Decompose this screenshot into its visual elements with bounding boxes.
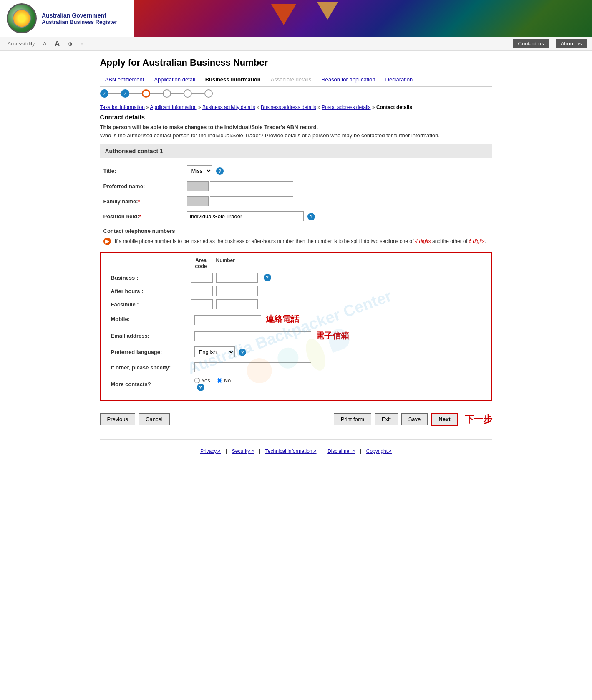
row-preferred-name: Preferred name: <box>100 179 492 194</box>
preferred-language-select[interactable]: English Mandarin Cantonese Arabic Other <box>194 346 235 357</box>
progress-line-2 <box>129 93 142 94</box>
if-other-input[interactable] <box>194 362 311 372</box>
progress-line-5 <box>192 93 204 94</box>
after-hours-area-input[interactable] <box>191 286 213 296</box>
previous-button[interactable]: Previous <box>100 413 136 425</box>
section-desc-normal: Who is the authorised contact person for… <box>100 132 440 139</box>
footer-security[interactable]: Security↗ <box>232 448 254 454</box>
business-label: Business : <box>111 275 139 281</box>
font-small-button[interactable]: A <box>40 40 49 48</box>
preferred-name-label: Preferred name: <box>103 183 145 190</box>
progress-circle-app: ✓ <box>121 89 129 98</box>
logo-inner-circle <box>13 9 31 28</box>
row-email: Email address: 電子信箱 <box>108 328 485 344</box>
nav-left: Accessibility A A ◑ ≡ <box>5 39 86 48</box>
cancel-button[interactable]: Cancel <box>139 413 169 425</box>
more-contacts-yes-label[interactable]: Yes <box>194 377 210 384</box>
progress-assoc <box>163 89 171 98</box>
preferred-language-label: Preferred language: <box>111 349 162 355</box>
tab-associate-details: Associate details <box>266 75 317 84</box>
about-us-link[interactable]: About us <box>556 39 587 48</box>
breadcrumb-postal-address[interactable]: Postal address details <box>322 104 370 110</box>
email-label: Email address: <box>111 333 150 339</box>
section-desc: This person will be able to make changes… <box>100 123 492 139</box>
after-hours-number-input[interactable] <box>216 286 258 296</box>
footer-technical[interactable]: Technical information↗ <box>265 448 317 454</box>
progress-abn: ✓ <box>100 89 108 98</box>
title-select[interactable]: Miss Mr Mrs Ms Dr Prof <box>187 165 212 176</box>
breadcrumb-business-address[interactable]: Business address details <box>261 104 316 110</box>
tab-application-detail[interactable]: Application detail <box>149 75 200 84</box>
accessibility-link[interactable]: Accessibility <box>5 40 37 48</box>
print-form-button[interactable]: Print form <box>334 413 371 425</box>
row-after-hours: After hours : <box>108 284 485 298</box>
tab-declaration[interactable]: Declaration <box>380 75 418 84</box>
breadcrumb-current: Contact details <box>376 104 412 110</box>
business-area-input[interactable] <box>191 273 213 283</box>
more-contacts-no-label[interactable]: No <box>217 377 231 384</box>
if-other-label: If other, please specify: <box>111 364 171 371</box>
language-help-icon[interactable]: ? <box>239 349 246 356</box>
progress-app: ✓ <box>121 89 129 98</box>
phone-note-4digits: 4 digits <box>415 238 431 244</box>
position-held-input[interactable] <box>187 211 304 221</box>
contact-us-link[interactable]: Contact us <box>513 39 549 48</box>
facsimile-number-input[interactable] <box>216 299 258 309</box>
preferred-first-name-input[interactable] <box>187 181 209 191</box>
business-number-input[interactable] <box>216 273 258 283</box>
logo-emblem <box>7 3 37 33</box>
footer-privacy[interactable]: Privacy↗ <box>200 448 221 454</box>
row-family-name: Family name:* <box>100 194 492 209</box>
more-contacts-yes-radio[interactable] <box>194 378 200 383</box>
tab-reason-application[interactable]: Reason for application <box>316 75 380 84</box>
chinese-email-label: 電子信箱 <box>316 331 349 340</box>
contact-border-box: Area code Number Business : ? After hour… <box>100 252 492 401</box>
footer: Privacy↗ | Security↗ | Technical informa… <box>100 439 492 462</box>
contact-form-table: Business : ? After hours : Facsimile : <box>108 271 485 394</box>
header: Australian Government Australian Busines… <box>0 0 592 37</box>
email-input[interactable] <box>194 331 311 341</box>
facsimile-area-input[interactable] <box>191 299 213 309</box>
phone-note-6digits: 6 digits <box>469 238 484 244</box>
position-help-icon[interactable]: ? <box>307 213 315 220</box>
preferred-last-name-input[interactable] <box>210 181 293 191</box>
contrast-button[interactable]: ◑ <box>65 40 75 48</box>
chinese-next-label: 下一步 <box>465 413 492 426</box>
breadcrumb-taxation[interactable]: Taxation information <box>100 104 145 110</box>
save-button[interactable]: Save <box>401 413 428 425</box>
progress-circle-reason <box>184 89 192 98</box>
footer-copyright[interactable]: Copyright↗ <box>366 448 392 454</box>
form-table-top: Title: Miss Mr Mrs Ms Dr Prof ? Preferre… <box>100 163 492 224</box>
next-button[interactable]: Next <box>431 413 458 426</box>
mobile-input[interactable] <box>194 315 261 325</box>
chinese-phone-label: 連絡電話 <box>266 314 299 323</box>
tab-business-information[interactable]: Business information <box>200 75 266 84</box>
progress-circle-assoc <box>163 89 171 98</box>
exit-button[interactable]: Exit <box>375 413 398 425</box>
more-contacts-help-icon[interactable]: ? <box>197 384 204 391</box>
row-business: Business : ? <box>108 271 485 284</box>
business-help-icon[interactable]: ? <box>264 274 271 281</box>
tab-abn-entitlement[interactable]: ABN entitlement <box>100 75 149 84</box>
position-required: * <box>139 213 141 220</box>
menu-button[interactable]: ≡ <box>78 40 86 48</box>
progress-decl <box>204 89 213 98</box>
family-name-label: Family name:* <box>103 198 140 205</box>
breadcrumb-business-activity[interactable]: Business activity details <box>202 104 255 110</box>
progress-reason <box>184 89 192 98</box>
family-name-input[interactable] <box>210 196 293 206</box>
more-contacts-label: More contacts? <box>111 381 151 387</box>
family-name-prefix-input[interactable] <box>187 196 209 206</box>
page-title: Apply for Australian Business Number <box>100 57 492 68</box>
row-if-other: If other, please specify: <box>108 360 485 375</box>
nav-right: Contact us About us <box>513 39 587 48</box>
more-contacts-no-radio[interactable] <box>217 378 222 383</box>
phone-note: ▶ If a mobile phone number is to be inse… <box>100 236 492 248</box>
breadcrumb-applicant[interactable]: Applicant information <box>150 104 197 110</box>
title-help-icon[interactable]: ? <box>216 167 224 175</box>
contact-tel-heading: Contact telephone numbers <box>103 228 175 234</box>
footer-disclaimer[interactable]: Disclaimer↗ <box>327 448 355 454</box>
font-large-button[interactable]: A <box>52 39 62 48</box>
header-banner <box>134 0 592 37</box>
progress-circle-biz <box>142 89 150 98</box>
